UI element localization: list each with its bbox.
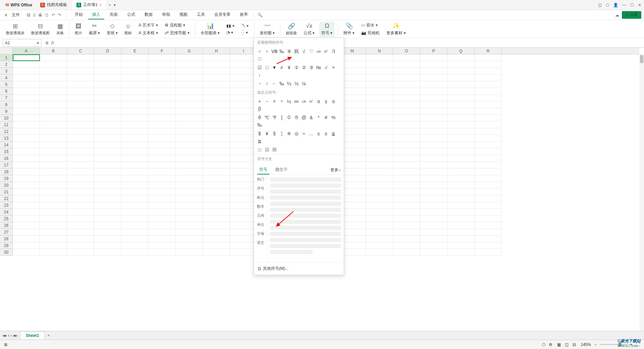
cell-H7[interactable] [203,95,230,101]
row-header-6[interactable]: 6 [0,88,12,95]
cell-E17[interactable] [121,162,149,168]
cell-E5[interactable] [121,81,149,88]
cell-F26[interactable] [149,222,176,229]
col-header-N[interactable]: N [366,48,393,54]
cell-B17[interactable] [40,162,67,168]
cell-R16[interactable] [475,155,502,162]
cell-G27[interactable] [176,229,203,236]
row-header-7[interactable]: 7 [0,95,12,101]
cell-O21[interactable] [393,189,420,195]
symbol-♂[interactable]: ♂ [256,48,263,55]
cell-F18[interactable] [149,168,176,175]
cell-N6[interactable] [366,88,393,95]
view-break-icon[interactable]: ⊟ [571,342,577,348]
cell-P15[interactable] [420,148,447,155]
cell-I10[interactable] [230,115,257,121]
cell-I28[interactable] [230,236,257,242]
cell-P19[interactable] [420,175,447,182]
symbol-≈[interactable]: ≈ [300,130,308,137]
cell-F29[interactable] [149,242,176,249]
cell-D14[interactable] [94,142,121,148]
cell-D5[interactable] [94,81,121,88]
fx-label-icon[interactable]: fx [51,40,54,45]
cell-A21[interactable] [13,189,40,195]
cell-Q25[interactable] [447,215,475,222]
cell-I13[interactable] [230,135,257,142]
cell-F4[interactable] [149,74,176,81]
cell-E12[interactable] [121,128,149,135]
bar-chart-button[interactable]: ▮▮ ▾ [224,23,236,29]
tab-menu-button[interactable]: ▾ [114,3,116,7]
cell-I11[interactable] [230,121,257,128]
cell-P30[interactable] [420,249,447,256]
cell-A16[interactable] [13,155,40,162]
cell-P26[interactable] [420,222,447,229]
cell-A15[interactable] [13,148,40,155]
cell-H30[interactable] [203,249,230,256]
symbol-→[interactable]: → [256,80,263,87]
cell-H24[interactable] [203,209,230,215]
row-header-10[interactable]: 10 [0,115,12,121]
cell-F8[interactable] [149,101,176,108]
cell-B18[interactable] [40,168,67,175]
cell-Q21[interactable] [447,189,475,195]
cell-O13[interactable] [393,135,420,142]
cell-H4[interactable] [203,74,230,81]
cell-F28[interactable] [149,236,176,242]
scrollbar-thumb[interactable] [640,55,643,63]
col-header-C[interactable]: C [67,48,94,54]
symbol-▼[interactable]: ▼ [271,64,278,71]
symbol-妩[interactable]: 妩 [293,48,300,55]
cell-R3[interactable] [475,68,502,74]
pivot-table-button[interactable]: ⊞数据透视表 [4,22,26,36]
cell-G20[interactable] [176,182,203,189]
symbol-button[interactable]: Ω符号 ▾ [319,22,334,37]
cell-B15[interactable] [40,148,67,155]
cell-D25[interactable] [94,215,121,222]
cell-P21[interactable] [420,189,447,195]
cell-H5[interactable] [203,81,230,88]
view-normal-icon[interactable]: ▦ [556,342,562,348]
cell-D22[interactable] [94,195,121,202]
new-tab-button[interactable]: + [109,3,111,7]
cell-D11[interactable] [94,121,121,128]
cell-N8[interactable] [366,101,393,108]
sheet-first-icon[interactable]: ⏮ [3,333,7,338]
cell-D27[interactable] [94,229,121,236]
cell-N16[interactable] [366,155,393,162]
cell-N30[interactable] [366,249,393,256]
row-header-17[interactable]: 17 [0,162,12,168]
col-header-I[interactable]: I [230,48,257,54]
cell-E3[interactable] [121,68,149,74]
cell-A20[interactable] [13,182,40,189]
cell-O17[interactable] [393,162,420,168]
cell-R23[interactable] [475,202,502,209]
cell-C25[interactable] [67,215,94,222]
cell-B28[interactable] [40,236,67,242]
symbol-&[interactable]: & [308,114,315,121]
cell-E27[interactable] [121,229,149,236]
cell-F6[interactable] [149,88,176,95]
cell-B3[interactable] [40,68,67,74]
col-header-F[interactable]: F [149,48,176,54]
cell-B21[interactable] [40,189,67,195]
cell-I22[interactable] [230,195,257,202]
cell-F22[interactable] [149,195,176,202]
symbol-θ[interactable]: θ [256,114,263,121]
cell-D18[interactable] [94,168,121,175]
symbol-category-几何[interactable]: 几何 [254,211,267,220]
cell-O27[interactable] [393,229,420,236]
symbol-℉[interactable]: ℉ [271,114,278,121]
cell-O7[interactable] [393,95,420,101]
sheet-tab-1[interactable]: Sheet1 [20,332,45,339]
cell-R12[interactable] [475,128,502,135]
tab-insert[interactable]: 插入 [88,10,104,19]
cell-D28[interactable] [94,236,121,242]
cell-A14[interactable] [13,142,40,148]
symbol-{[interactable]: { [278,114,285,121]
cell-H12[interactable] [203,128,230,135]
cell-D26[interactable] [94,222,121,229]
cell-N18[interactable] [366,168,393,175]
cell-I25[interactable] [230,215,257,222]
redo-icon[interactable]: ↷ [58,13,61,17]
